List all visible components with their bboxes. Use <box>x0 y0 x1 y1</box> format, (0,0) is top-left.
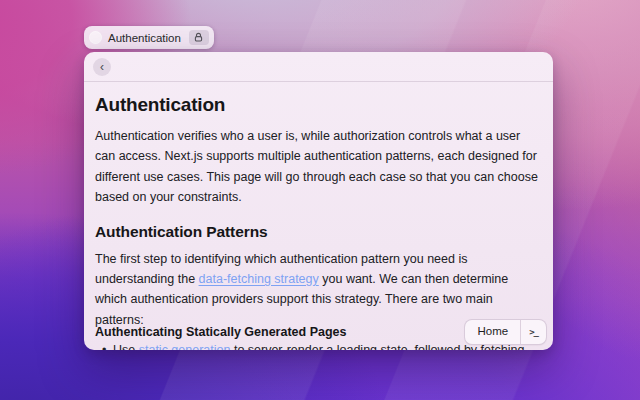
terminal-button[interactable]: >_ <box>520 320 546 344</box>
favicon-icon <box>89 31 102 44</box>
window-toolbar: ‹ <box>84 52 553 82</box>
back-button[interactable]: ‹ <box>93 58 111 76</box>
doc-window: ‹ Authentication Authentication verifies… <box>84 52 553 350</box>
terminal-icon: >_ <box>529 327 538 337</box>
doc-footer: Authenticating Statically Generated Page… <box>95 320 546 344</box>
footer-button-group: Home >_ <box>465 320 546 344</box>
page-title: Authentication <box>95 94 542 116</box>
tab-title: Authentication <box>108 32 183 44</box>
footer-heading: Authenticating Statically Generated Page… <box>95 325 346 339</box>
lock-button[interactable] <box>189 30 209 45</box>
doc-link[interactable]: static generation <box>139 343 231 350</box>
section-heading: Authentication Patterns <box>95 223 542 241</box>
lock-icon <box>193 32 204 43</box>
intro-paragraph: Authentication verifies who a user is, w… <box>95 126 542 208</box>
browser-tab[interactable]: Authentication <box>84 26 214 49</box>
home-button[interactable]: Home <box>465 320 520 344</box>
doc-content: Authentication Authentication verifies w… <box>84 82 553 350</box>
patterns-paragraph: The first step to identifying which auth… <box>95 249 542 331</box>
chevron-left-icon: ‹ <box>100 60 104 72</box>
doc-link[interactable]: data-fetching strategy <box>199 272 319 286</box>
